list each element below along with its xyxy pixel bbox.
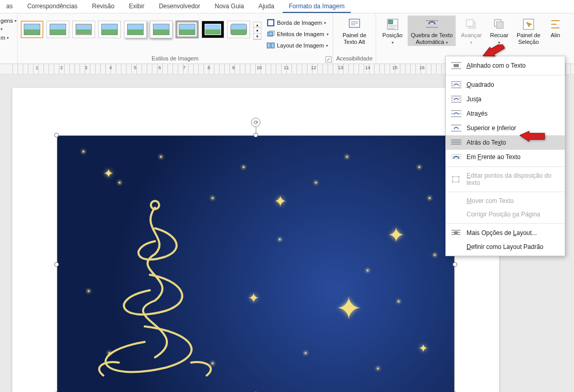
wrap-behind[interactable]: Atrás do Texto	[446, 135, 565, 150]
dd-label: Corrigir Posição na Página	[467, 211, 540, 218]
svg-rect-10	[389, 20, 393, 24]
style-thumb[interactable]	[72, 21, 95, 38]
send-backward-icon	[492, 18, 506, 31]
group-adjust-partial: gens ▾ ▾ m ▾	[0, 13, 18, 64]
style-thumb[interactable]	[201, 21, 224, 38]
wrap-front-icon	[451, 153, 461, 161]
style-thumb[interactable]	[124, 21, 147, 38]
tab-exibir[interactable]: Exibir	[122, 1, 150, 13]
gallery-more[interactable]: ▴▾▾	[253, 22, 261, 40]
dd-label: Editar pontos da disposição do texto	[467, 172, 560, 186]
wrap-topbottom-icon	[451, 124, 461, 132]
bring-forward-button[interactable]: Avançar▾	[458, 15, 485, 46]
edit-points-icon	[451, 175, 461, 183]
wrap-tight-icon	[451, 95, 461, 103]
svg-rect-27	[454, 64, 459, 67]
selected-image[interactable]: ✦ ✦ ✦ ✦ ✦ ✦ ⟳	[57, 135, 455, 392]
wrap-square[interactable]: Quadrado	[446, 77, 565, 92]
dialog-launcher[interactable]: ⤢	[325, 56, 332, 62]
svg-point-55	[452, 181, 454, 183]
picture-effects-button[interactable]: Efeitos de Imagem ▾	[266, 29, 330, 39]
effects-icon	[267, 30, 275, 38]
wrap-through[interactable]: Através	[446, 106, 565, 121]
style-thumb[interactable]	[227, 21, 250, 38]
dd-label: Mais Opções de Layout...	[467, 229, 537, 237]
resize-handle[interactable]	[453, 262, 457, 267]
annotation-arrow	[520, 130, 546, 146]
separator	[446, 192, 565, 192]
wrap-tight[interactable]: Justa	[446, 92, 565, 106]
svg-marker-62	[520, 131, 545, 142]
send-backward-button[interactable]: Recuar▾	[487, 15, 511, 46]
dd-label: Quadrado	[467, 81, 494, 88]
wrap-square-icon	[451, 81, 461, 89]
style-thumb[interactable]	[46, 21, 69, 38]
separator	[446, 75, 565, 75]
tab-desenvolvedor[interactable]: Desenvolvedor	[152, 1, 206, 13]
svg-point-54	[458, 176, 460, 178]
set-default-layout[interactable]: Definir como Layout Padrão	[446, 240, 565, 254]
style-thumb[interactable]	[150, 21, 173, 38]
tab-formato-imagem[interactable]: Formato da Imagem	[283, 1, 351, 13]
move-with-text: Mover com Texto	[446, 194, 565, 208]
svg-rect-0	[268, 20, 274, 26]
picture-border-button[interactable]: Borda de Imagem ▾	[266, 18, 330, 28]
layout-icon	[267, 41, 275, 50]
align-button[interactable]: Alin	[546, 15, 565, 40]
dd-label: Justa	[467, 96, 482, 103]
style-thumb[interactable]	[176, 21, 198, 38]
tab-novaguia[interactable]: Nova Guia	[209, 1, 251, 13]
adjust-item[interactable]: gens ▾	[0, 17, 19, 25]
group-label: Acessibilidade	[336, 55, 373, 62]
picture-layout-button[interactable]: Layout de Imagem ▾	[266, 40, 330, 51]
tab-correspond[interactable]: Correspondências	[21, 1, 84, 13]
adjust-item[interactable]: m ▾	[0, 34, 19, 42]
tab-frag[interactable]: as	[0, 1, 19, 13]
alt-text-button[interactable]: Painel de Texto Alt	[339, 15, 369, 46]
selection-outline	[57, 135, 455, 392]
svg-rect-52	[453, 177, 459, 182]
selection-pane-icon	[522, 18, 535, 31]
wrap-through-icon	[451, 109, 461, 118]
adjust-item[interactable]: ▾	[0, 26, 19, 33]
svg-rect-19	[497, 22, 503, 28]
group-accessibility: Painel de Texto Alt Acessibilidade	[333, 13, 376, 64]
svg-rect-17	[467, 20, 473, 26]
more-options-icon	[451, 229, 461, 237]
style-thumb[interactable]	[21, 21, 43, 38]
separator	[446, 223, 565, 224]
group-label: Estilos de Imagem	[152, 55, 198, 62]
svg-point-56	[458, 181, 460, 183]
alt-text-icon	[348, 18, 361, 31]
selection-pane-button[interactable]: Painel de Seleção	[514, 15, 544, 46]
svg-point-53	[452, 176, 454, 178]
wrap-front[interactable]: Em Frente ao Texto	[446, 150, 565, 164]
svg-rect-60	[454, 231, 458, 234]
dd-label: Atrás do Texto	[467, 139, 506, 146]
svg-marker-61	[482, 44, 506, 61]
svg-rect-3	[267, 43, 270, 48]
align-icon	[549, 18, 562, 31]
position-button[interactable]: Posição▾	[379, 15, 406, 46]
fix-position: Corrigir Posição na Página	[446, 208, 565, 221]
ribbon-tabs: as Correspondências Revisão Exibir Desen…	[0, 0, 574, 13]
svg-rect-1	[268, 32, 273, 36]
annotation-arrow	[482, 44, 506, 65]
separator	[446, 166, 565, 167]
wrap-text-dropdown: Alinhado com o Texto Quadrado Justa Atra…	[445, 56, 565, 256]
rotate-handle[interactable]: ⟳	[251, 118, 260, 127]
wrap-inline-icon	[451, 61, 461, 70]
tab-ajuda[interactable]: Ajuda	[252, 1, 281, 13]
resize-handle[interactable]	[54, 133, 59, 137]
style-gallery: ▴▾▾	[21, 15, 261, 40]
group-picture-styles: ▴▾▾ Borda de Imagem ▾ Efeitos de Imagem …	[18, 13, 333, 64]
more-layout-options[interactable]: Mais Opções de Layout...	[446, 226, 565, 240]
tab-revisao[interactable]: Revisão	[86, 1, 120, 13]
wrap-text-button[interactable]: Quebra de Texto Automática ▾	[408, 15, 456, 46]
bring-forward-icon	[464, 18, 478, 31]
resize-handle[interactable]	[254, 133, 258, 137]
resize-handle[interactable]	[54, 262, 59, 267]
wrap-topbottom[interactable]: Superior e Inferior	[446, 121, 565, 135]
page[interactable]: ✦ ✦ ✦ ✦ ✦ ✦ ⟳	[12, 88, 499, 392]
style-thumb[interactable]	[98, 21, 121, 38]
